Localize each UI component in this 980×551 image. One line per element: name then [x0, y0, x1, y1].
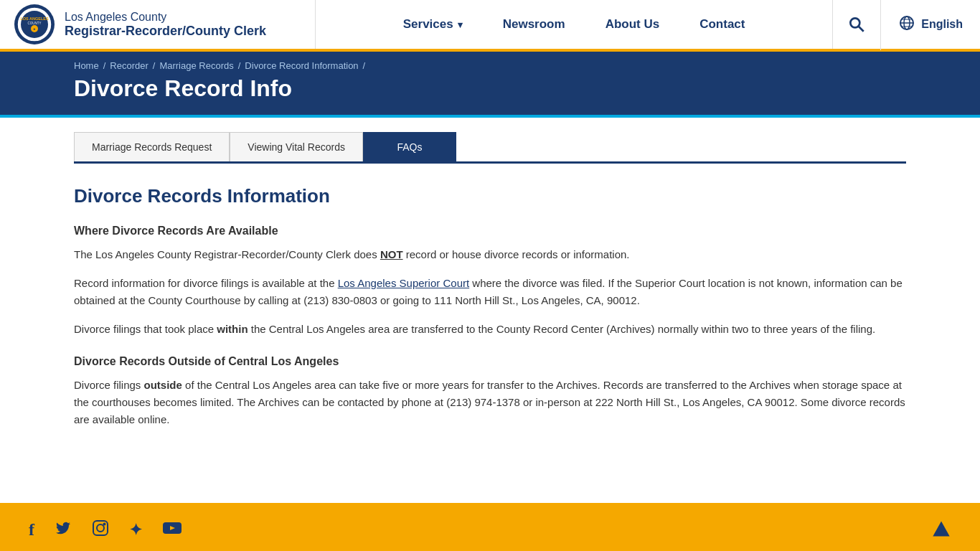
main-content: Marriage Records Request Viewing Vital R… [45, 118, 935, 474]
svg-point-14 [97, 524, 104, 532]
org-name: Los Angeles County Registrar-Recorder/Co… [65, 10, 266, 39]
tab-faqs-label: FAQs [397, 141, 422, 153]
site-footer: f ✦ [0, 503, 980, 551]
nav-services-label: Services [403, 17, 453, 32]
arrow-up-icon [931, 519, 951, 539]
instagram-icon[interactable] [92, 519, 109, 541]
site-header: LOS ANGELES COUNTY ★ Los Angeles County … [0, 0, 980, 52]
language-label: English [921, 18, 963, 31]
breadcrumb-sep-1: / [103, 60, 106, 71]
back-to-top-button[interactable] [931, 519, 951, 541]
content-main-heading: Divorce Records Information [74, 185, 906, 207]
tab-faqs[interactable]: FAQs [363, 132, 456, 161]
breadcrumb-sep-2: / [153, 60, 156, 71]
section-heading-1: Where Divorce Records Are Available [74, 225, 906, 237]
content-para-4: Divorce filings outside of the Central L… [74, 377, 906, 428]
breadcrumb-marriage-records[interactable]: Marriage Records [159, 60, 233, 71]
nav-services[interactable]: Services ▾ [383, 0, 483, 50]
page-title: Divorce Record Info [74, 75, 906, 102]
svg-text:COUNTY: COUNTY [28, 22, 42, 25]
org-name-line2: Registrar-Recorder/County Clerk [65, 24, 266, 39]
section-where-available: Where Divorce Records Are Available The … [74, 225, 906, 338]
page-banner: Home / Recorder / Marriage Records / Div… [0, 52, 980, 115]
content-para-2: Record information for divorce filings i… [74, 275, 906, 309]
breadcrumb-current: Divorce Record Information [245, 60, 358, 71]
breadcrumb-recorder[interactable]: Recorder [110, 60, 148, 71]
svg-marker-18 [933, 522, 949, 537]
nav-about-us[interactable]: About Us [585, 0, 680, 50]
tab-viewing-vital-records[interactable]: Viewing Vital Records [230, 132, 363, 161]
svg-rect-13 [93, 521, 108, 535]
yelp-icon[interactable]: ✦ [129, 521, 142, 540]
superior-court-link[interactable]: Los Angeles Superior Court [338, 277, 469, 289]
svg-point-6 [851, 18, 860, 27]
tab-viewing-vital-label: Viewing Vital Records [248, 141, 345, 153]
nav-newsroom-label: Newsroom [503, 17, 565, 32]
social-links: f ✦ [29, 519, 182, 541]
nav-newsroom[interactable]: Newsroom [483, 0, 585, 50]
language-button[interactable]: English [881, 0, 980, 50]
svg-point-15 [104, 523, 105, 524]
section-heading-2: Divorce Records Outside of Central Los A… [74, 355, 906, 368]
tab-bar: Marriage Records Request Viewing Vital R… [74, 132, 906, 164]
facebook-icon[interactable]: f [29, 520, 34, 540]
nav-about-us-label: About Us [606, 17, 660, 32]
breadcrumb-home[interactable]: Home [74, 60, 99, 71]
youtube-icon[interactable] [162, 519, 182, 541]
breadcrumb-sep-4: / [363, 60, 366, 71]
content-para-3: Divorce filings that took place within t… [74, 321, 906, 338]
svg-text:LOS ANGELES: LOS ANGELES [20, 17, 49, 21]
nav-contact-label: Contact [699, 17, 745, 32]
section-outside-central-la: Divorce Records Outside of Central Los A… [74, 355, 906, 428]
main-nav: Services ▾ Newsroom About Us Contact [316, 0, 832, 50]
chevron-down-icon: ▾ [458, 19, 463, 30]
search-button[interactable] [833, 0, 881, 50]
logo-area: LOS ANGELES COUNTY ★ Los Angeles County … [0, 0, 316, 49]
tab-marriage-records-label: Marriage Records Request [92, 141, 212, 153]
nav-contact[interactable]: Contact [679, 0, 765, 50]
search-icon [847, 15, 866, 34]
svg-text:★: ★ [33, 27, 36, 31]
svg-line-7 [859, 27, 864, 32]
globe-icon [898, 14, 915, 34]
content-para-1: The Los Angeles County Registrar-Recorde… [74, 246, 906, 263]
org-name-line1: Los Angeles County [65, 10, 266, 24]
breadcrumb-sep-3: / [238, 60, 241, 71]
tab-marriage-records-request[interactable]: Marriage Records Request [74, 132, 230, 161]
breadcrumb: Home / Recorder / Marriage Records / Div… [74, 60, 906, 71]
org-logo: LOS ANGELES COUNTY ★ [14, 4, 55, 44]
header-right: English [832, 0, 980, 49]
twitter-icon[interactable] [55, 519, 72, 541]
